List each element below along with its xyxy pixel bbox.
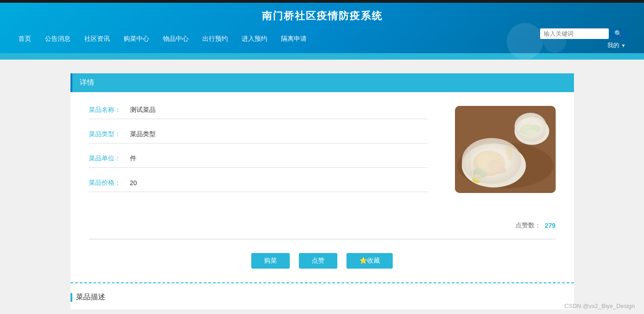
main-content: 详情 菜品名称： 测试菜品 菜品类型： 菜品类型 菜品单位： 件 菜品价格：: [0, 73, 644, 309]
user-label: 我的: [607, 41, 619, 50]
svg-point-19: [473, 175, 481, 182]
field-name: 菜品名称： 测试菜品: [89, 106, 428, 119]
food-visual: [455, 106, 556, 193]
field-type-value: 菜品类型: [125, 130, 428, 138]
likes-row: 点赞数： 279: [70, 217, 574, 239]
user-menu[interactable]: 我的 ▼: [607, 41, 626, 50]
nav-notice[interactable]: 公告消息: [45, 35, 70, 42]
header-title-row: 南门桥社区疫情防疫系统: [0, 3, 644, 28]
nav-home[interactable]: 首页: [18, 35, 31, 42]
svg-point-16: [530, 125, 541, 133]
header: 南门桥社区疫情防疫系统 首页 公告消息 社区资讯 购菜中心 物品中心 出行预约 …: [0, 3, 644, 53]
nav-row: 首页 公告消息 社区资讯 购菜中心 物品中心 出行预约 进入预约 隔离申请 🔍 …: [0, 28, 644, 53]
svg-line-21: [468, 147, 469, 154]
nav-right: 🔍 我的 ▼: [540, 28, 626, 50]
desc-title: 菜品描述: [76, 292, 105, 302]
collect-button[interactable]: ⭐收藏: [346, 253, 393, 269]
svg-point-2: [462, 143, 526, 187]
detail-fields: 菜品名称： 测试菜品 菜品类型： 菜品类型 菜品单位： 件 菜品价格： 20: [89, 106, 428, 203]
svg-point-11: [473, 168, 482, 175]
svg-point-6: [488, 159, 504, 172]
desc-section: 菜品描述: [70, 283, 574, 309]
nav-quarantine[interactable]: 隔离申请: [281, 35, 307, 42]
detail-title: 详情: [80, 78, 567, 88]
svg-point-17: [527, 129, 536, 136]
search-icon: 🔍: [614, 30, 622, 37]
svg-point-4: [473, 150, 505, 176]
svg-line-20: [469, 147, 471, 175]
svg-point-10: [473, 169, 487, 178]
svg-point-5: [476, 154, 494, 168]
nav-travel[interactable]: 出行预约: [202, 35, 228, 42]
content-card: 详情 菜品名称： 测试菜品 菜品类型： 菜品类型 菜品单位： 件 菜品价格：: [70, 73, 574, 309]
field-name-label: 菜品名称：: [89, 106, 125, 114]
field-unit: 菜品单位： 件: [89, 154, 428, 168]
svg-point-12: [495, 166, 506, 174]
action-row: 购菜 点赞 ⭐收藏: [70, 239, 574, 278]
nav-community[interactable]: 社区资讯: [84, 35, 110, 42]
svg-rect-9: [508, 145, 510, 157]
sub-header: [0, 53, 644, 60]
field-type-label: 菜品类型：: [89, 130, 125, 138]
detail-header: 详情: [70, 73, 574, 92]
field-price-label: 菜品价格：: [89, 179, 125, 187]
svg-point-15: [520, 124, 536, 135]
collect-icon: ⭐: [359, 257, 367, 264]
collect-label: 收藏: [367, 257, 380, 264]
svg-rect-7: [505, 147, 510, 160]
detail-body: 菜品名称： 测试菜品 菜品类型： 菜品类型 菜品单位： 件 菜品价格： 20: [70, 92, 574, 217]
food-image: [455, 106, 556, 193]
search-row: 🔍: [540, 28, 626, 39]
svg-line-22: [470, 147, 471, 154]
field-type: 菜品类型： 菜品类型: [89, 130, 428, 143]
field-unit-value: 件: [125, 154, 428, 163]
nav-items[interactable]: 物品中心: [163, 35, 189, 42]
field-price: 菜品价格： 20: [89, 179, 428, 192]
field-name-value: 测试菜品: [125, 106, 428, 114]
food-svg: [455, 106, 556, 193]
svg-rect-8: [509, 146, 513, 160]
svg-point-14: [518, 121, 546, 142]
field-unit-label: 菜品单位：: [89, 154, 125, 163]
app-title: 南门桥社区疫情防疫系统: [0, 9, 644, 23]
search-input[interactable]: [540, 28, 609, 39]
chevron-down-icon: ▼: [621, 43, 626, 48]
nav-buy-veg[interactable]: 购菜中心: [124, 35, 149, 42]
search-button[interactable]: 🔍: [611, 28, 626, 39]
nav-entry[interactable]: 进入预约: [242, 35, 267, 42]
like-button[interactable]: 点赞: [299, 253, 337, 269]
likes-count: 279: [545, 222, 555, 229]
nav-menu: 首页 公告消息 社区资讯 购菜中心 物品中心 出行预约 进入预约 隔离申请: [18, 34, 307, 43]
desc-bar: [70, 293, 72, 302]
buy-button[interactable]: 购菜: [251, 253, 290, 269]
svg-point-3: [465, 146, 522, 185]
field-price-value: 20: [125, 179, 428, 187]
likes-label: 点赞数：: [515, 221, 541, 230]
